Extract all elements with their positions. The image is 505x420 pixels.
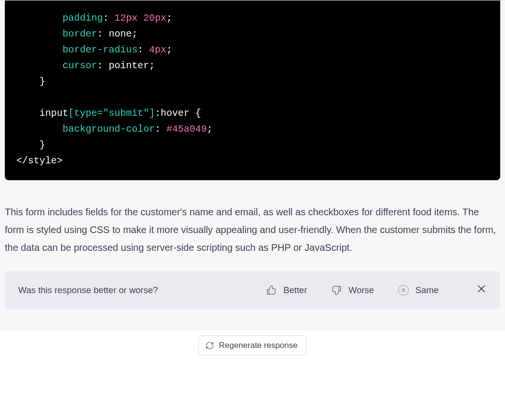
thumbs-down-icon <box>331 285 342 296</box>
response-text: This form includes fields for the custom… <box>0 180 505 271</box>
feedback-better-label: Better <box>283 285 307 296</box>
regenerate-button[interactable]: Regenerate response <box>198 335 307 356</box>
close-icon <box>476 284 487 294</box>
code-token: pointer <box>109 60 149 71</box>
code-token: </style> <box>16 155 63 166</box>
code-block: padding: 12px 20px; border: none; border… <box>5 0 500 180</box>
code-token: :hover <box>155 108 189 119</box>
refresh-icon <box>205 341 214 350</box>
code-token: border-radius <box>63 44 138 55</box>
code-token: border <box>63 28 97 39</box>
code-token: padding <box>63 12 103 24</box>
code-token: 4px <box>149 44 166 55</box>
code-token: 12px 20px <box>114 12 166 24</box>
feedback-bar: Was this response better or worse? Bette… <box>5 271 500 309</box>
feedback-better-button[interactable]: Better <box>266 285 307 296</box>
feedback-same-label: Same <box>416 285 439 296</box>
feedback-prompt-label: Was this response better or worse? <box>18 285 242 296</box>
code-token: #45a049 <box>166 124 207 135</box>
footer: Regenerate response <box>0 329 505 366</box>
code-token: input <box>39 108 68 119</box>
code-token: none <box>109 28 132 39</box>
feedback-same-button[interactable]: = Same <box>398 285 439 296</box>
feedback-worse-label: Worse <box>349 285 374 296</box>
equals-icon: = <box>398 285 409 296</box>
regenerate-label: Regenerate response <box>219 341 298 350</box>
code-token: [type="submit"] <box>68 108 155 119</box>
thumbs-up-icon <box>266 285 277 296</box>
code-token: cursor <box>63 60 97 71</box>
code-token: background-color <box>63 124 155 135</box>
feedback-close-button[interactable] <box>476 284 487 296</box>
feedback-worse-button[interactable]: Worse <box>331 285 374 296</box>
